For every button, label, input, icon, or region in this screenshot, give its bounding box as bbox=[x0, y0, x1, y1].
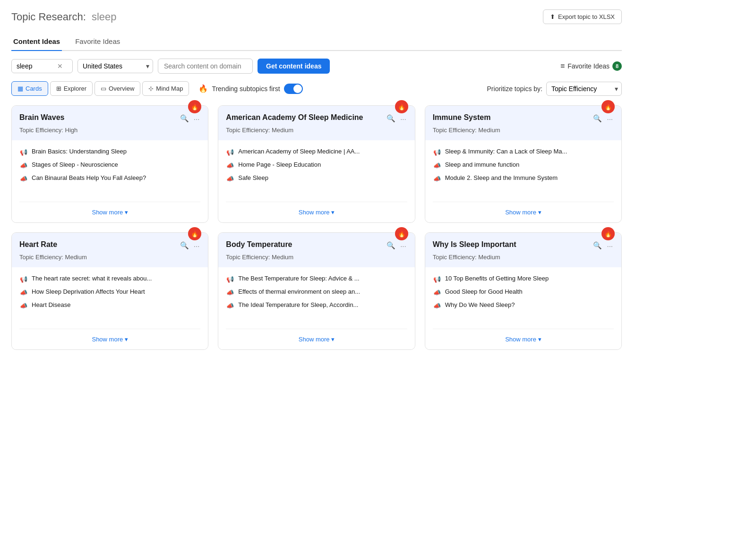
mindmap-icon: ⊹ bbox=[148, 85, 154, 92]
regular-icon: 📣 bbox=[19, 288, 28, 297]
topic-card-brain-waves: 🔥 Brain Waves 🔍 ··· Topic Efficiency: Hi… bbox=[11, 105, 208, 223]
country-select[interactable]: United States United Kingdom Canada Aust… bbox=[77, 59, 153, 73]
domain-search-input[interactable] bbox=[158, 59, 253, 74]
trending-section: 🔥 Trending subtopics first bbox=[198, 84, 302, 94]
card-items: 📢 Sleep & Immunity: Can a Lack of Sleep … bbox=[433, 148, 614, 195]
card-item-text: How Sleep Deprivation Affects Your Heart bbox=[32, 288, 145, 295]
page-title-text: Topic Research: bbox=[11, 11, 86, 23]
export-label: Export topic to XLSX bbox=[558, 13, 615, 20]
show-more-button[interactable]: Show more ▾ bbox=[226, 329, 407, 349]
show-more-button[interactable]: Show more ▾ bbox=[433, 202, 614, 222]
card-efficiency: Topic Efficiency: Medium bbox=[433, 254, 614, 261]
card-items: 📢 American Academy of Sleep Medicine | A… bbox=[226, 148, 407, 195]
fire-badge: 🔥 bbox=[395, 100, 408, 113]
fire-badge: 🔥 bbox=[395, 227, 408, 240]
card-header: 🔥 Brain Waves 🔍 ··· Topic Efficiency: Hi… bbox=[12, 106, 208, 140]
country-select-wrapper: United States United Kingdom Canada Aust… bbox=[77, 59, 153, 73]
card-title: Heart Rate bbox=[19, 240, 175, 249]
card-body: 📢 Brain Basics: Understanding Sleep 📣 St… bbox=[12, 140, 208, 222]
page-header: Topic Research: sleep ⬆ Export topic to … bbox=[11, 9, 622, 24]
card-more-button[interactable]: ··· bbox=[606, 114, 614, 124]
card-item: 📣 The Ideal Temperature for Sleep, Accor… bbox=[226, 301, 407, 310]
show-more-button[interactable]: Show more ▾ bbox=[19, 329, 200, 349]
card-item: 📢 The Best Temperature for Sleep: Advice… bbox=[226, 275, 407, 283]
favorite-badge: 8 bbox=[612, 61, 622, 71]
card-search-button[interactable]: 🔍 bbox=[179, 113, 190, 124]
card-efficiency: Topic Efficiency: Medium bbox=[226, 127, 407, 134]
card-body: 📢 The heart rate secret: what it reveals… bbox=[12, 267, 208, 349]
favorite-ideas-btn[interactable]: ≡ Favorite Ideas 8 bbox=[560, 61, 622, 71]
card-more-button[interactable]: ··· bbox=[606, 241, 614, 251]
card-item: 📢 American Academy of Sleep Medicine | A… bbox=[226, 148, 407, 156]
export-icon: ⬆ bbox=[550, 13, 555, 20]
cards-label: Cards bbox=[26, 85, 42, 92]
show-more-button[interactable]: Show more ▾ bbox=[19, 202, 200, 222]
card-search-button[interactable]: 🔍 bbox=[386, 240, 396, 251]
card-item: 📣 Sleep and immune function bbox=[433, 161, 614, 170]
card-actions: 🔍 ··· bbox=[179, 240, 201, 251]
trending-icon: 📢 bbox=[226, 148, 234, 156]
card-item-text: Sleep and immune function bbox=[445, 161, 520, 168]
regular-icon: 📣 bbox=[226, 288, 234, 297]
card-item-text: Why Do We Need Sleep? bbox=[445, 301, 515, 308]
overview-label: Overview bbox=[109, 85, 134, 92]
card-item: 📣 How Sleep Deprivation Affects Your Hea… bbox=[19, 288, 200, 297]
prioritize-select-wrapper: Topic Efficiency Volume Difficulty bbox=[546, 82, 622, 96]
view-explorer-button[interactable]: ⊞ Explorer bbox=[50, 81, 93, 96]
regular-icon: 📣 bbox=[433, 174, 441, 183]
view-cards-button[interactable]: ▦ Cards bbox=[11, 81, 48, 96]
card-header: 🔥 Why Is Sleep Important 🔍 ··· Topic Eff… bbox=[425, 233, 621, 267]
regular-icon: 📣 bbox=[226, 161, 234, 170]
page-title-keyword: sleep bbox=[92, 11, 117, 23]
regular-icon: 📣 bbox=[433, 288, 441, 297]
trending-toggle[interactable] bbox=[284, 84, 303, 94]
tab-content-ideas[interactable]: Content Ideas bbox=[11, 33, 62, 51]
card-item-text: The heart rate secret: what it reveals a… bbox=[32, 275, 152, 282]
tabs-row: Content Ideas Favorite Ideas bbox=[11, 33, 622, 51]
card-efficiency: Topic Efficiency: High bbox=[19, 127, 200, 134]
card-item-text: The Ideal Temperature for Sleep, Accordi… bbox=[238, 301, 358, 308]
show-more-button[interactable]: Show more ▾ bbox=[226, 202, 407, 222]
export-button[interactable]: ⬆ Export topic to XLSX bbox=[543, 9, 622, 24]
card-item: 📢 Sleep & Immunity: Can a Lack of Sleep … bbox=[433, 148, 614, 156]
topic-card-american-academy: 🔥 American Academy Of Sleep Medicine 🔍 ·… bbox=[218, 105, 415, 223]
view-mindmap-button[interactable]: ⊹ Mind Map bbox=[142, 81, 189, 96]
card-actions: 🔍 ··· bbox=[592, 240, 614, 251]
card-title: Why Is Sleep Important bbox=[433, 240, 589, 249]
card-actions: 🔍 ··· bbox=[386, 240, 407, 251]
card-item: 📢 10 Top Benefits of Getting More Sleep bbox=[433, 275, 614, 283]
tab-favorite-ideas[interactable]: Favorite Ideas bbox=[73, 33, 122, 51]
card-more-button[interactable]: ··· bbox=[193, 114, 201, 124]
fire-badge: 🔥 bbox=[188, 100, 201, 113]
card-items: 📢 The heart rate secret: what it reveals… bbox=[19, 275, 200, 322]
prioritize-select[interactable]: Topic Efficiency Volume Difficulty bbox=[546, 82, 622, 96]
card-header: 🔥 Immune System 🔍 ··· Topic Efficiency: … bbox=[425, 106, 621, 140]
card-item: 📣 Home Page - Sleep Education bbox=[226, 161, 407, 170]
get-ideas-button[interactable]: Get content ideas bbox=[258, 59, 330, 74]
card-more-button[interactable]: ··· bbox=[193, 241, 201, 251]
card-actions: 🔍 ··· bbox=[179, 113, 201, 124]
prioritize-label: Prioritize topics by: bbox=[487, 85, 542, 93]
card-item-text: Safe Sleep bbox=[238, 174, 268, 181]
cards-grid: 🔥 Brain Waves 🔍 ··· Topic Efficiency: Hi… bbox=[11, 105, 622, 350]
view-overview-button[interactable]: ▭ Overview bbox=[94, 81, 140, 96]
regular-icon: 📣 bbox=[226, 301, 234, 310]
explorer-icon: ⊞ bbox=[56, 85, 61, 92]
trending-icon: 📢 bbox=[19, 275, 28, 283]
card-item-text: Brain Basics: Understanding Sleep bbox=[32, 148, 127, 155]
card-search-button[interactable]: 🔍 bbox=[386, 113, 396, 124]
card-search-button[interactable]: 🔍 bbox=[179, 240, 190, 251]
card-search-button[interactable]: 🔍 bbox=[592, 113, 603, 124]
clear-icon[interactable]: ✕ bbox=[57, 62, 63, 70]
card-actions: 🔍 ··· bbox=[592, 113, 614, 124]
card-more-button[interactable]: ··· bbox=[399, 114, 407, 124]
card-more-button[interactable]: ··· bbox=[399, 241, 407, 251]
card-item: 📣 Heart Disease bbox=[19, 301, 200, 310]
card-header: 🔥 Body Temperature 🔍 ··· Topic Efficienc… bbox=[218, 233, 414, 267]
show-more-button[interactable]: Show more ▾ bbox=[433, 329, 614, 349]
prioritize-section: Prioritize topics by: Topic Efficiency V… bbox=[487, 82, 622, 96]
search-input[interactable] bbox=[17, 62, 54, 70]
fire-badge: 🔥 bbox=[601, 100, 615, 113]
page-title: Topic Research: sleep bbox=[11, 11, 116, 23]
card-search-button[interactable]: 🔍 bbox=[592, 240, 603, 251]
